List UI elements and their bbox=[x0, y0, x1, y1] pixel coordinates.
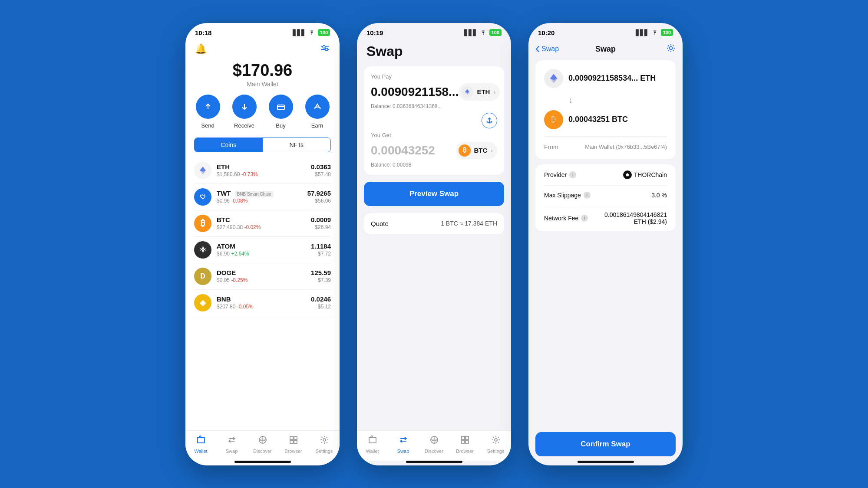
you-pay-label: You Pay bbox=[371, 73, 497, 80]
send-button[interactable]: Send bbox=[196, 95, 220, 129]
provider-value: ⬟ THORChain bbox=[623, 170, 667, 179]
nav-browser[interactable]: Browser bbox=[281, 435, 305, 454]
status-bar-2: 10:19 ▋▋▋ 100 bbox=[357, 23, 511, 40]
coin-nft-tabs: Coins NFTs bbox=[194, 138, 331, 152]
time-1: 10:18 bbox=[195, 29, 211, 36]
gear-button[interactable] bbox=[666, 43, 676, 55]
battery-badge-1: 100 bbox=[318, 29, 330, 36]
pay-balance: Balance: 0.03636846341368... bbox=[371, 103, 497, 109]
filter-icon[interactable] bbox=[320, 43, 330, 55]
phone-swap: 10:19 ▋▋▋ 100 Swap You Pay 0.0090921158.… bbox=[357, 23, 511, 465]
action-buttons: Send Receive Buy Earn bbox=[185, 95, 340, 138]
eth-info: ETH $1,580.60 -0.73% bbox=[217, 163, 311, 177]
coin-item-twt[interactable]: 🛡 TWT BNB Smart Chain $0.96 -0.08% 57.92… bbox=[194, 184, 331, 210]
home-indicator-2 bbox=[406, 461, 462, 463]
preview-swap-button[interactable]: Preview Swap bbox=[364, 182, 504, 206]
nav2-settings[interactable]: Settings bbox=[484, 435, 508, 454]
home-indicator-1 bbox=[234, 461, 291, 463]
settings-nav-icon bbox=[320, 435, 329, 447]
phone-wallet: 10:18 ▋▋▋ 100 🔔 $170.96 Main Wallet bbox=[185, 23, 340, 465]
home-indicator-3 bbox=[578, 461, 634, 463]
settings2-nav-icon bbox=[491, 435, 501, 447]
receive-button[interactable]: Receive bbox=[232, 95, 257, 129]
send-icon bbox=[196, 95, 220, 119]
coin-item-atom[interactable]: ⚛ ATOM $6.90 +2.64% 1.1184 $7.72 bbox=[194, 237, 331, 263]
signal-icon-2: ▋▋▋ bbox=[464, 29, 477, 36]
atom-info: ATOM $6.90 +2.64% bbox=[217, 242, 311, 257]
nav-discover-label: Discover bbox=[253, 449, 272, 454]
nav2-discover-label: Discover bbox=[425, 449, 443, 454]
svg-point-1 bbox=[325, 48, 328, 51]
svg-rect-26 bbox=[465, 436, 469, 439]
buy-button[interactable]: Buy bbox=[269, 95, 293, 129]
slippage-info-icon: i bbox=[584, 192, 591, 199]
wallet-balance: $170.96 Main Wallet bbox=[185, 57, 340, 95]
bell-icon[interactable]: 🔔 bbox=[195, 43, 207, 55]
bnb-coin-icon: ◈ bbox=[194, 294, 211, 311]
coin-item-bnb[interactable]: ◈ BNB $207.80 -0.05% 0.0246 $5.12 bbox=[194, 290, 331, 316]
nav-browser-label: Browser bbox=[284, 449, 302, 454]
btc-coin-icon: ₿ bbox=[194, 215, 211, 232]
nav2-wallet[interactable]: Wallet bbox=[360, 435, 384, 454]
receive-icon bbox=[232, 95, 257, 119]
balance-amount: $170.96 bbox=[185, 61, 340, 80]
nav-wallet[interactable]: Wallet bbox=[189, 435, 213, 454]
btc-token-circle: ₿ bbox=[544, 110, 563, 129]
btc-currency-selector[interactable]: ₿ BTC › bbox=[456, 142, 498, 159]
twt-info: TWT BNB Smart Chain $0.96 -0.08% bbox=[217, 190, 307, 204]
slippage-value: 3.0 % bbox=[651, 192, 667, 199]
coin-item-doge[interactable]: D DOGE $0.05 -0.25% 125.59 $7.39 bbox=[194, 263, 331, 290]
battery-badge-2: 100 bbox=[489, 29, 502, 36]
eth-coin-icon bbox=[194, 162, 211, 179]
swap-direction-button[interactable] bbox=[482, 113, 497, 128]
svg-point-0 bbox=[323, 46, 325, 48]
nav-settings[interactable]: Settings bbox=[312, 435, 336, 454]
twt-values: 57.9265 $56.06 bbox=[307, 190, 331, 204]
status-bar-1: 10:18 ▋▋▋ 100 bbox=[185, 23, 340, 40]
nav-swap[interactable]: Swap bbox=[220, 435, 244, 454]
provider-row: Provider i ⬟ THORChain bbox=[544, 164, 667, 186]
coin-item-eth[interactable]: ETH $1,580.60 -0.73% 0.0363 $57.48 bbox=[194, 157, 331, 184]
bnb-info: BNB $207.80 -0.05% bbox=[217, 295, 311, 310]
swap2-nav-icon bbox=[399, 435, 408, 447]
quote-label: Quote bbox=[371, 220, 389, 227]
coin-item-btc[interactable]: ₿ BTC $27,490.38 -0.02% 0.0009 $26.94 bbox=[194, 210, 331, 237]
get-amount: 0.00043252 bbox=[371, 144, 435, 157]
nav2-discover[interactable]: Discover bbox=[422, 435, 446, 454]
you-pay-row: 0.0090921158... ETH › bbox=[371, 83, 497, 101]
buy-icon bbox=[269, 95, 293, 119]
nav2-browser[interactable]: Browser bbox=[453, 435, 477, 454]
slippage-key: Max Slippage i bbox=[544, 192, 591, 199]
provider-name: THORChain bbox=[634, 171, 667, 178]
eth-currency-selector[interactable]: ETH › bbox=[459, 83, 500, 101]
bnb-values: 0.0246 $5.12 bbox=[311, 295, 331, 310]
earn-label: Earn bbox=[311, 122, 323, 129]
svg-point-19 bbox=[323, 439, 326, 441]
confirm-swap-button[interactable]: Confirm Swap bbox=[535, 432, 676, 456]
time-3: 10:20 bbox=[538, 29, 554, 36]
slippage-row: Max Slippage i 3.0 % bbox=[544, 186, 667, 205]
eth-token-circle bbox=[544, 69, 563, 88]
nav-discover[interactable]: Discover bbox=[251, 435, 274, 454]
svg-point-30 bbox=[670, 46, 673, 49]
tab-coins[interactable]: Coins bbox=[195, 138, 263, 152]
time-2: 10:19 bbox=[366, 29, 383, 36]
bottom-nav-1: Wallet Swap Discover Browser Settings bbox=[185, 430, 340, 461]
fee-key: Network Fee i bbox=[544, 215, 588, 222]
discover2-nav-icon bbox=[429, 435, 439, 447]
svg-rect-28 bbox=[465, 440, 469, 443]
provider-info-icon: i bbox=[569, 171, 576, 178]
nav-swap-label: Swap bbox=[226, 449, 238, 454]
coin-list: ETH $1,580.60 -0.73% 0.0363 $57.48 🛡 TWT… bbox=[185, 152, 340, 316]
pay-currency-chevron: › bbox=[493, 88, 495, 95]
status-bar-3: 10:20 ▋▋▋ 100 bbox=[528, 23, 683, 40]
fee-value: 0.00186149804146821 ETH ($2.94) bbox=[604, 211, 667, 225]
earn-button[interactable]: Earn bbox=[305, 95, 330, 129]
tab-nfts[interactable]: NFTs bbox=[263, 138, 331, 152]
swap-direction-divider bbox=[371, 109, 497, 132]
back-button[interactable]: Swap bbox=[535, 45, 559, 53]
nav2-swap[interactable]: Swap bbox=[391, 435, 415, 454]
svg-rect-17 bbox=[290, 440, 293, 443]
get-currency-chevron: › bbox=[491, 147, 493, 154]
you-get-label: You Get bbox=[371, 132, 497, 138]
